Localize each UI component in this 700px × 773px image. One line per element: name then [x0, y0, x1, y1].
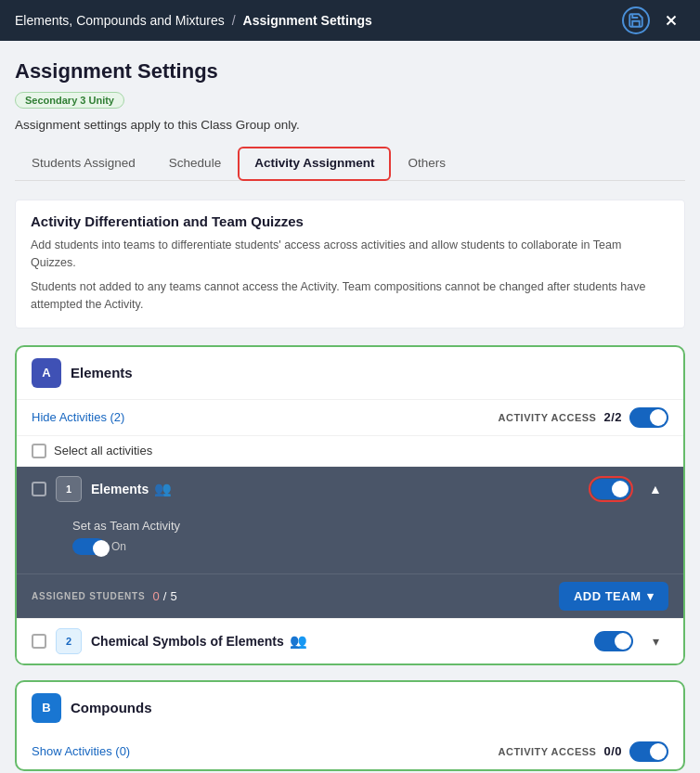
elements-section-toggle[interactable]	[629, 407, 668, 428]
team-on-label: On	[111, 540, 126, 553]
activity-elements-header: 1 Elements 👥 ▲	[17, 467, 683, 511]
info-para1: Add students into teams to differentiate…	[31, 237, 669, 273]
activity-elements-num: 1	[56, 476, 82, 502]
close-button[interactable]	[657, 6, 685, 34]
elements-header: A Elements	[17, 347, 683, 399]
activity-chemical-chevron[interactable]: ▾	[642, 628, 668, 654]
breadcrumb-part2: Assignment Settings	[243, 13, 372, 28]
class-badge: Secondary 3 Unity	[15, 92, 124, 109]
assigned-total: 5	[170, 589, 176, 603]
breadcrumb-separator: /	[232, 13, 236, 28]
breadcrumb-part1: Elements, Compounds and Mixtures	[15, 13, 225, 28]
add-team-button[interactable]: ADD TEAM ▾	[559, 582, 668, 611]
compounds-access-label: ACTIVITY ACCESS	[499, 746, 597, 757]
subtitle: Assignment settings apply to this Class …	[15, 118, 685, 132]
compounds-icon: B	[32, 693, 61, 723]
assigned-counts: 0 / 5	[153, 589, 177, 603]
set-team-label: Set as Team Activity	[72, 519, 668, 533]
select-all-row: Select all activities	[17, 435, 683, 466]
assigned-zero: 0	[153, 589, 160, 603]
team-on-row: On	[72, 538, 668, 555]
elements-icon: A	[32, 358, 61, 388]
activity-access-row: ACTIVITY ACCESS 2/2	[499, 407, 668, 428]
info-para2: Students not added to any teams cannot a…	[31, 278, 669, 315]
activity-access-count: 2/2	[603, 410, 622, 424]
tab-students-assigned[interactable]: Students Assigned	[15, 147, 152, 181]
activity-elements-toggle[interactable]	[591, 479, 630, 499]
compounds-access-row: ACTIVITY ACCESS 0/0	[499, 741, 668, 762]
main-content: Assignment Settings Secondary 3 Unity As…	[0, 41, 700, 773]
add-team-chevron-icon: ▾	[647, 589, 655, 603]
compounds-header: B Compounds	[17, 682, 683, 734]
select-all-label: Select all activities	[54, 444, 152, 457]
assigned-label: ASSIGNED STUDENTS	[32, 591, 146, 601]
section-elements: A Elements Hide Activities (2) ACTIVITY …	[15, 345, 685, 665]
add-team-label: ADD TEAM	[574, 589, 642, 603]
activity-chemical-checkbox[interactable]	[32, 634, 46, 649]
hide-activities-link[interactable]: Hide Activities (2)	[32, 410, 124, 424]
info-heading: Activity Differentiation and Team Quizze…	[31, 213, 669, 229]
breadcrumb: Elements, Compounds and Mixtures / Assig…	[15, 13, 372, 28]
activity-elements-body: Set as Team Activity On	[17, 511, 683, 574]
tab-others[interactable]: Others	[391, 147, 462, 181]
save-button[interactable]	[622, 6, 650, 34]
compounds-access-count: 0/0	[603, 744, 622, 758]
activity-chemical-toggle[interactable]	[594, 631, 633, 651]
assigned-sep: /	[163, 589, 167, 603]
info-box: Activity Differentiation and Team Quizze…	[15, 200, 685, 329]
activity-chemical-header: 2 Chemical Symbols of Elements 👥 ▾	[17, 619, 683, 663]
topbar-actions	[622, 6, 685, 34]
tabs-bar: Students Assigned Schedule Activity Assi…	[15, 147, 685, 181]
select-all-checkbox[interactable]	[32, 444, 46, 458]
team-activity-toggle[interactable]	[72, 538, 106, 555]
tab-activity-assignment[interactable]: Activity Assignment	[238, 147, 391, 181]
activity-elements-checkbox[interactable]	[32, 482, 46, 496]
assigned-left: ASSIGNED STUDENTS 0 / 5	[32, 589, 177, 603]
activity-access-label: ACTIVITY ACCESS	[499, 412, 597, 423]
activity-elements-toggle-wrapper	[589, 476, 633, 502]
elements-name: Elements	[71, 365, 133, 380]
assigned-students-row: ASSIGNED STUDENTS 0 / 5 ADD TEAM ▾	[17, 574, 683, 618]
elements-subheader: Hide Activities (2) ACTIVITY ACCESS 2/2	[17, 399, 683, 435]
team-icon-chemical: 👥	[290, 633, 307, 650]
activity-row-elements: 1 Elements 👥 ▲ Set as Team Activity	[17, 466, 683, 618]
activity-chemical-title: Chemical Symbols of Elements 👥	[91, 633, 585, 650]
section-compounds: B Compounds Show Activities (0) ACTIVITY…	[15, 680, 685, 771]
team-icon-elements: 👥	[154, 481, 172, 497]
tab-schedule[interactable]: Schedule	[152, 147, 238, 181]
compounds-section-toggle[interactable]	[629, 741, 668, 762]
compounds-name: Compounds	[71, 700, 152, 715]
show-activities-link[interactable]: Show Activities (0)	[32, 744, 130, 758]
compounds-subheader: Show Activities (0) ACTIVITY ACCESS 0/0	[17, 734, 683, 769]
activity-elements-chevron[interactable]: ▲	[642, 476, 668, 502]
activity-chemical-num: 2	[56, 628, 82, 654]
activity-elements-title: Elements 👥	[91, 481, 579, 497]
topbar: Elements, Compounds and Mixtures / Assig…	[0, 0, 700, 41]
activity-row-chemical: 2 Chemical Symbols of Elements 👥 ▾	[17, 618, 683, 663]
page-title: Assignment Settings	[15, 59, 685, 84]
